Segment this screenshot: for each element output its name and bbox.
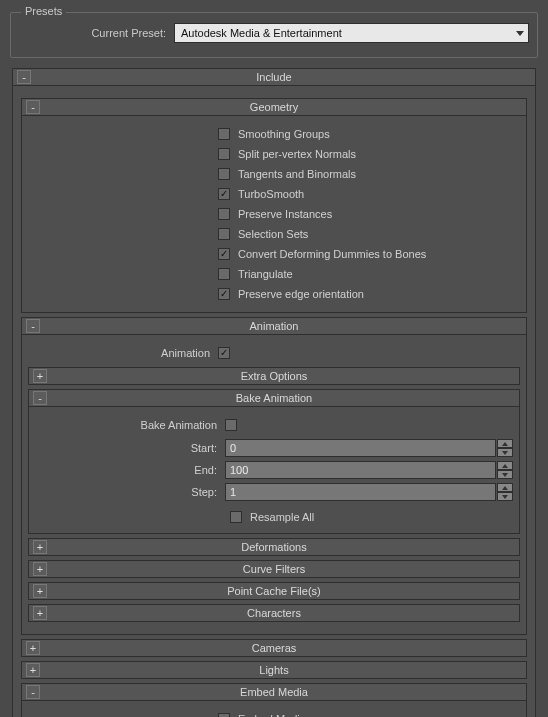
cameras-rollout: + Cameras [21,639,527,657]
curve-filters-header[interactable]: + Curve Filters [28,560,520,578]
bake-checkbox[interactable] [225,419,237,431]
deformations-title: Deformations [29,541,519,553]
geometry-item: Selection Sets [28,224,520,244]
geometry-checkbox[interactable] [218,288,230,300]
geometry-rollout: - Geometry Smoothing GroupsSplit per-ver… [21,98,527,313]
geometry-checkbox[interactable] [218,268,230,280]
geometry-title: Geometry [22,101,526,113]
geometry-item: Triangulate [28,264,520,284]
point-cache-toggle[interactable]: + [33,584,47,598]
embed-title: Embed Media [22,686,526,698]
deformations-header[interactable]: + Deformations [28,538,520,556]
point-cache-title: Point Cache File(s) [29,585,519,597]
end-spinner-down[interactable] [497,470,513,479]
start-label: Start: [35,442,225,454]
resample-label: Resample All [250,511,314,523]
geometry-item-label: Selection Sets [238,228,308,240]
start-input[interactable]: 0 [225,439,496,457]
lights-rollout: + Lights [21,661,527,679]
end-input[interactable]: 100 [225,461,496,479]
current-preset-select[interactable]: Autodesk Media & Entertainment [174,23,529,43]
include-toggle[interactable]: - [17,70,31,84]
geometry-checkbox[interactable] [218,228,230,240]
animation-toggle[interactable]: - [26,319,40,333]
geometry-item-label: Convert Deforming Dummies to Bones [238,248,426,260]
cameras-title: Cameras [22,642,526,654]
bake-cb-label: Bake Animation [35,419,225,431]
geometry-checkbox[interactable] [218,148,230,160]
cameras-toggle[interactable]: + [26,641,40,655]
end-spinner-up[interactable] [497,461,513,470]
geometry-checkbox[interactable] [218,168,230,180]
embed-header[interactable]: - Embed Media [21,683,527,701]
extra-options-header[interactable]: + Extra Options [28,367,520,385]
animation-title: Animation [22,320,526,332]
current-preset-value: Autodesk Media & Entertainment [181,27,342,39]
extra-options-title: Extra Options [29,370,519,382]
geometry-toggle[interactable]: - [26,100,40,114]
geometry-item-label: TurboSmooth [238,188,304,200]
geometry-item-label: Tangents and Binormals [238,168,356,180]
include-title: Include [13,71,535,83]
geometry-header[interactable]: - Geometry [21,98,527,116]
geometry-item: Split per-vertex Normals [28,144,520,164]
animation-header[interactable]: - Animation [21,317,527,335]
curve-filters-title: Curve Filters [29,563,519,575]
step-spinner-up[interactable] [497,483,513,492]
animation-cb-label: Animation [28,347,218,359]
geometry-checkbox[interactable] [218,188,230,200]
embed-rollout: - Embed Media Embed Media [21,683,527,717]
step-input[interactable]: 1 [225,483,496,501]
current-preset-label: Current Preset: [19,27,174,39]
geometry-checkbox[interactable] [218,128,230,140]
geometry-item-label: Triangulate [238,268,293,280]
step-label: Step: [35,486,225,498]
embed-media-label: Embed Media [238,713,306,717]
extra-options-toggle[interactable]: + [33,369,47,383]
geometry-item: Tangents and Binormals [28,164,520,184]
start-spinner-up[interactable] [497,439,513,448]
curve-filters-toggle[interactable]: + [33,562,47,576]
include-header[interactable]: - Include [12,68,536,86]
geometry-item: Preserve Instances [28,204,520,224]
characters-toggle[interactable]: + [33,606,47,620]
geometry-item: Smoothing Groups [28,124,520,144]
point-cache-header[interactable]: + Point Cache File(s) [28,582,520,600]
bake-checkbox-row: Bake Animation [35,415,513,435]
embed-media-checkbox[interactable] [218,713,230,717]
animation-checkbox[interactable] [218,347,230,359]
dropdown-caret-icon [516,31,524,36]
step-spinner-down[interactable] [497,492,513,501]
geometry-item: TurboSmooth [28,184,520,204]
lights-toggle[interactable]: + [26,663,40,677]
end-label: End: [35,464,225,476]
geometry-checkbox[interactable] [218,208,230,220]
geometry-item-label: Preserve edge orientation [238,288,364,300]
geometry-item: Preserve edge orientation [28,284,520,304]
geometry-item-label: Preserve Instances [238,208,332,220]
bake-toggle[interactable]: - [33,391,47,405]
include-rollout: - Include - Geometry Smoothing GroupsSpl… [12,68,536,717]
cameras-header[interactable]: + Cameras [21,639,527,657]
geometry-item-label: Split per-vertex Normals [238,148,356,160]
geometry-body: Smoothing GroupsSplit per-vertex Normals… [21,116,527,313]
presets-legend: Presets [21,5,66,17]
embed-toggle[interactable]: - [26,685,40,699]
resample-checkbox[interactable] [230,511,242,523]
geometry-item-label: Smoothing Groups [238,128,330,140]
bake-title: Bake Animation [29,392,519,404]
animation-rollout: - Animation Animation + Extra Options [21,317,527,635]
geometry-checkbox[interactable] [218,248,230,260]
lights-header[interactable]: + Lights [21,661,527,679]
lights-title: Lights [22,664,526,676]
geometry-item: Convert Deforming Dummies to Bones [28,244,520,264]
animation-checkbox-row: Animation [28,343,520,363]
deformations-toggle[interactable]: + [33,540,47,554]
bake-header[interactable]: - Bake Animation [28,389,520,407]
start-spinner-down[interactable] [497,448,513,457]
presets-fieldset: Presets Current Preset: Autodesk Media &… [10,12,538,58]
characters-header[interactable]: + Characters [28,604,520,622]
characters-title: Characters [29,607,519,619]
